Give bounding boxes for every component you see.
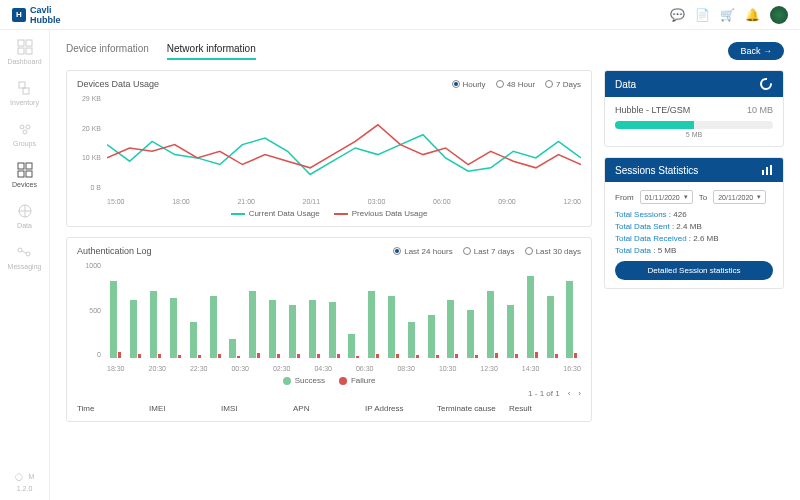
- pager-next[interactable]: ›: [578, 389, 581, 398]
- logo-mark: H: [12, 8, 26, 22]
- table-header: Time IMEI IMSI APN IP Address Terminate …: [77, 404, 581, 413]
- chat-icon[interactable]: 💬: [670, 8, 685, 22]
- svg-rect-4: [19, 82, 25, 88]
- main-content: Device information Network information B…: [50, 30, 800, 500]
- svg-rect-11: [18, 171, 24, 177]
- svg-rect-1: [26, 40, 32, 46]
- globe-icon: [16, 202, 34, 220]
- tab-device-info[interactable]: Device information: [66, 43, 149, 60]
- usage-range-radios: Hourly 48 Hour 7 Days: [452, 80, 582, 89]
- usage-panel: Devices Data Usage Hourly 48 Hour 7 Days…: [66, 70, 592, 227]
- sidebar-item-dashboard[interactable]: Dashboard: [7, 38, 41, 65]
- auth-panel: Authentication Log Last 24 hours Last 7 …: [66, 237, 592, 422]
- stat-line: Total Sessions : 426: [615, 210, 773, 219]
- sidebar-footer: ◯ M 1.2.0: [15, 473, 35, 500]
- pager-prev[interactable]: ‹: [568, 389, 571, 398]
- grid-icon: [16, 38, 34, 56]
- usage-title: Devices Data Usage: [77, 79, 159, 89]
- plan-total: 10 MB: [747, 105, 773, 115]
- svg-rect-12: [26, 171, 32, 177]
- code-icon[interactable]: M: [29, 473, 35, 481]
- svg-point-15: [26, 252, 30, 256]
- svg-rect-10: [26, 163, 32, 169]
- inventory-icon: [15, 79, 33, 97]
- stats-icon: [761, 164, 773, 176]
- messaging-icon: [15, 243, 33, 261]
- bell-icon[interactable]: 🔔: [745, 8, 760, 22]
- cart-icon[interactable]: 🛒: [720, 8, 735, 22]
- auth-chart: 1000 500 0 18:3020:3022:3000:3002:3004:3…: [77, 262, 581, 372]
- svg-point-7: [26, 125, 30, 129]
- svg-rect-9: [18, 163, 24, 169]
- tab-network-info[interactable]: Network information: [167, 43, 256, 60]
- chevron-down-icon: ▾: [757, 193, 761, 201]
- stat-line: Total Data Sent : 2.4 MB: [615, 222, 773, 231]
- svg-rect-19: [770, 165, 772, 175]
- stat-line: Total Data Received : 2.6 MB: [615, 234, 773, 243]
- groups-icon: [16, 120, 34, 138]
- radio-last30d[interactable]: Last 30 days: [525, 247, 581, 256]
- auth-title: Authentication Log: [77, 246, 152, 256]
- svg-rect-18: [766, 167, 768, 175]
- back-button[interactable]: Back →: [728, 42, 784, 60]
- brand-logo[interactable]: H Cavli Hubble: [12, 5, 61, 25]
- brand-line1: Cavli: [30, 5, 61, 15]
- legend-previous: Previous Data Usage: [334, 209, 428, 218]
- version-label: 1.2.0: [17, 485, 33, 492]
- radio-48hour[interactable]: 48 Hour: [496, 80, 535, 89]
- sidebar-item-data[interactable]: Data: [16, 202, 34, 229]
- radio-last24h[interactable]: Last 24 hours: [393, 247, 452, 256]
- to-date-select[interactable]: 20/11/2020▾: [713, 190, 766, 204]
- sidebar: Dashboard Inventory Groups Devices Data …: [0, 30, 50, 500]
- stat-line: Total Data : 5 MB: [615, 246, 773, 255]
- radio-hourly[interactable]: Hourly: [452, 80, 486, 89]
- header-actions: 💬 📄 🛒 🔔: [670, 6, 788, 24]
- radio-7days[interactable]: 7 Days: [545, 80, 581, 89]
- from-date-select[interactable]: 01/11/2020▾: [640, 190, 693, 204]
- sidebar-item-devices[interactable]: Devices: [12, 161, 37, 188]
- devices-icon: [16, 161, 34, 179]
- document-icon[interactable]: 📄: [695, 8, 710, 22]
- data-card: Data Hubble - LTE/GSM 10 MB 5 MB: [604, 70, 784, 147]
- chevron-down-icon: ▾: [684, 193, 688, 201]
- auth-range-radios: Last 24 hours Last 7 days Last 30 days: [393, 247, 581, 256]
- pager: 1 - 1 of 1 ‹ ›: [77, 389, 581, 398]
- svg-point-8: [23, 130, 27, 134]
- legend-success: Success: [283, 376, 325, 385]
- data-card-title: Data: [615, 79, 636, 90]
- svg-rect-3: [26, 48, 32, 54]
- svg-rect-5: [23, 88, 29, 94]
- brand-line2: Hubble: [30, 15, 61, 25]
- svg-rect-2: [18, 48, 24, 54]
- avatar[interactable]: [770, 6, 788, 24]
- plan-name: Hubble - LTE/GSM: [615, 105, 690, 115]
- svg-point-6: [20, 125, 24, 129]
- sidebar-item-messaging[interactable]: Messaging: [8, 243, 42, 270]
- sessions-title: Sessions Statistics: [615, 165, 698, 176]
- legend-failure: Failure: [339, 376, 375, 385]
- detailed-stats-button[interactable]: Detailed Session statistics: [615, 261, 773, 280]
- svg-rect-17: [762, 170, 764, 175]
- svg-rect-0: [18, 40, 24, 46]
- sidebar-item-groups[interactable]: Groups: [13, 120, 36, 147]
- svg-point-16: [761, 79, 771, 89]
- svg-point-14: [18, 248, 22, 252]
- tabs: Device information Network information: [66, 43, 256, 60]
- sessions-card: Sessions Statistics From 01/11/2020▾ To …: [604, 157, 784, 289]
- usage-chart: 29 KB 20 KB 10 KB 0 B 15:0018:0021:0020/…: [77, 95, 581, 205]
- radio-last7d[interactable]: Last 7 days: [463, 247, 515, 256]
- usage-progress-label: 5 MB: [615, 131, 773, 138]
- usage-progress: [615, 121, 773, 129]
- sidebar-item-inventory[interactable]: Inventory: [10, 79, 39, 106]
- legend-current: Current Data Usage: [231, 209, 320, 218]
- refresh-icon[interactable]: [759, 77, 773, 91]
- github-icon[interactable]: ◯: [15, 473, 23, 481]
